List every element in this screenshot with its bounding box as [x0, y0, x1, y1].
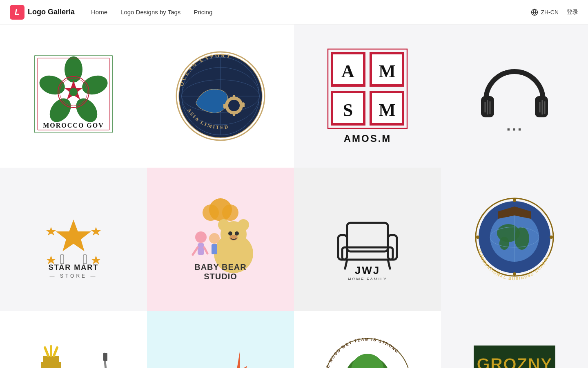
svg-text:GROZNY: GROZNY — [477, 355, 552, 368]
svg-text:A: A — [341, 61, 354, 81]
svg-line-75 — [204, 247, 207, 254]
svg-point-68 — [238, 219, 249, 231]
svg-rect-111 — [103, 353, 107, 361]
svg-point-63 — [203, 204, 219, 221]
svg-text:■ ■ ■: ■ ■ ■ — [507, 127, 522, 132]
babybear-svg: BABY BEAR STUDIO — [172, 190, 270, 288]
globe-icon — [531, 9, 538, 16]
tree-svg: THE WOOD WET TEAM IS STRONG THE WOOD FIR… — [323, 333, 412, 368]
svg-rect-58 — [60, 255, 64, 264]
svg-point-98 — [476, 236, 479, 239]
svg-rect-45 — [535, 96, 548, 117]
svg-line-85 — [388, 260, 390, 269]
svg-point-119 — [351, 354, 384, 368]
svg-point-99 — [513, 272, 516, 276]
svg-point-93 — [499, 237, 509, 250]
ibs-svg: INTERNATIONAL BUSINESS SCHOOL — [470, 194, 559, 284]
brand-logo[interactable]: L Logo Galleria — [10, 5, 75, 20]
logo-icon: L — [10, 5, 24, 20]
main-nav: Home Logo Designs by Tags Pricing — [91, 9, 531, 16]
svg-text:FA: FA — [184, 359, 252, 368]
svg-point-2 — [65, 56, 82, 83]
card-baby-bear[interactable]: BABY BEAR STUDIO — [147, 168, 294, 311]
svg-point-67 — [218, 219, 229, 231]
svg-text:S: S — [343, 100, 353, 120]
lang-label: ZH-CN — [541, 9, 559, 16]
svg-rect-23 — [233, 95, 235, 99]
svg-marker-55 — [91, 227, 101, 236]
morocco-svg: MOROCCO GOV — [33, 53, 114, 139]
svg-text:— STORE —: — STORE — — [50, 273, 98, 279]
svg-point-22 — [228, 100, 240, 111]
jwj-svg: JWJ HOME FAMILY — [327, 198, 408, 280]
header: L Logo Galleria Home Logo Designs by Tag… — [0, 0, 588, 25]
svg-text:MOROCCO GOV: MOROCCO GOV — [43, 122, 104, 129]
card-amos-m[interactable]: A M S M AMOS.M — [294, 25, 441, 168]
svg-point-76 — [209, 233, 220, 244]
svg-point-96 — [513, 199, 516, 202]
svg-rect-77 — [212, 244, 217, 254]
svg-point-6 — [37, 72, 67, 98]
card-morocco-gov[interactable]: MOROCCO GOV — [0, 25, 147, 168]
card-star-mart[interactable]: STAR MART — STORE — — [0, 168, 147, 311]
card-ibs[interactable]: INTERNATIONAL BUSINESS SCHOOL — [441, 168, 588, 311]
brand-name: Logo Galleria — [28, 8, 75, 16]
svg-point-64 — [222, 204, 238, 221]
card-grozny[interactable]: GROZNY — [441, 311, 588, 368]
nav-home[interactable]: Home — [91, 9, 107, 16]
svg-rect-73 — [198, 243, 204, 255]
nav-pricing[interactable]: Pricing — [194, 9, 212, 16]
grozny-svg: GROZNY — [466, 329, 564, 368]
svg-point-3 — [80, 72, 110, 98]
svg-marker-53 — [57, 221, 90, 250]
svg-line-105 — [54, 348, 57, 356]
svg-point-69 — [228, 231, 232, 236]
svg-point-97 — [550, 236, 553, 239]
card-jwj[interactable]: JWJ HOME FAMILY — [294, 168, 441, 311]
amos-svg: A M S M — [327, 48, 408, 130]
starmart-svg: STAR MART — STORE — — [29, 194, 118, 284]
svg-line-74 — [193, 247, 198, 255]
burger-svg — [29, 337, 118, 368]
svg-point-72 — [195, 231, 207, 243]
nav-logo-designs[interactable]: Logo Designs by Tags — [120, 9, 180, 16]
svg-rect-81 — [342, 247, 393, 260]
svg-point-5 — [45, 94, 75, 126]
logo-gallery: MOROCCO GOV — [0, 25, 588, 368]
svg-text:JWJ: JWJ — [355, 264, 380, 276]
card-tree[interactable]: THE WOOD WET TEAM IS STRONG THE WOOD FIR… — [294, 311, 441, 368]
svg-text:STAR MART: STAR MART — [49, 263, 99, 272]
svg-text:STUDIO: STUDIO — [204, 272, 237, 281]
card-ocean-export[interactable]: OCEAN EXPORT ASIA LIMITED — [147, 25, 294, 168]
svg-text:HOME FAMILY: HOME FAMILY — [348, 277, 387, 280]
svg-text:M: M — [379, 100, 396, 120]
card-headphones[interactable]: ■ ■ ■ — [441, 25, 588, 168]
svg-marker-54 — [46, 227, 56, 236]
svg-marker-57 — [91, 256, 101, 264]
login-button[interactable]: 登录 — [567, 9, 578, 16]
svg-point-10 — [69, 88, 78, 96]
language-selector[interactable]: ZH-CN — [531, 9, 559, 16]
svg-text:BABY BEAR: BABY BEAR — [194, 263, 247, 272]
svg-line-103 — [45, 348, 48, 356]
card-burger[interactable] — [0, 311, 147, 368]
svg-line-84 — [345, 260, 347, 269]
headphones-svg: ■ ■ ■ — [474, 55, 555, 137]
svg-point-92 — [514, 227, 529, 250]
svg-rect-24 — [233, 112, 235, 116]
svg-point-70 — [235, 231, 239, 236]
fa-svg: FA — [176, 337, 265, 368]
svg-point-4 — [72, 94, 102, 126]
svg-rect-59 — [83, 255, 87, 264]
svg-text:M: M — [379, 61, 396, 81]
svg-marker-56 — [46, 256, 56, 264]
header-right: ZH-CN 登录 — [531, 9, 578, 16]
ocean-svg: OCEAN EXPORT ASIA LIMITED — [174, 49, 267, 143]
card-fa[interactable]: FA — [147, 311, 294, 368]
